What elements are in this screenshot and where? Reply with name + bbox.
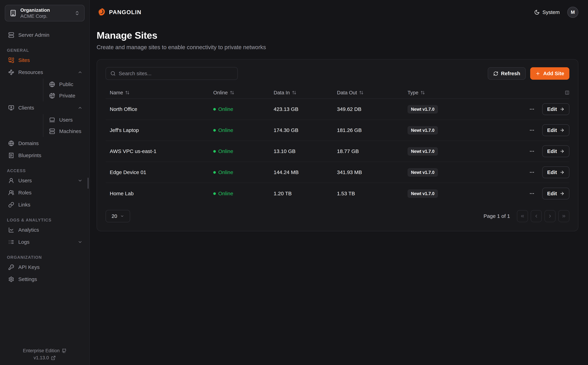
sidebar-item-label: Sites xyxy=(18,57,30,63)
edit-button[interactable]: Edit xyxy=(542,145,569,157)
sidebar-item-label: Logs xyxy=(18,239,29,245)
status-badge: Online xyxy=(213,191,274,197)
prev-page-button[interactable] xyxy=(531,210,542,222)
table-footer: 20 Page 1 of 1 xyxy=(105,210,569,222)
column-header-data-out[interactable]: Data Out xyxy=(337,90,407,96)
add-site-label: Add Site xyxy=(543,70,564,77)
logs-icon xyxy=(8,239,14,245)
site-name: North Office xyxy=(105,106,213,112)
chart-line-icon xyxy=(8,227,14,233)
theme-toggle[interactable]: System xyxy=(534,9,560,15)
online-dot-icon xyxy=(213,192,216,195)
main-content: PANGOLIN System M Manage Sites Create an… xyxy=(90,0,588,365)
edit-button[interactable]: Edit xyxy=(542,188,569,199)
sidebar-item-label: Users xyxy=(18,178,32,183)
table-row: AWS VPC us-east-1 Online 13.10 GB 18.77 … xyxy=(105,141,569,162)
row-menu-icon[interactable] xyxy=(529,106,535,112)
building-icon xyxy=(10,10,17,17)
edit-button[interactable]: Edit xyxy=(542,124,569,136)
row-menu-icon[interactable] xyxy=(529,169,535,175)
github-icon[interactable] xyxy=(62,348,67,353)
type-badge: Newt v1.7.0 xyxy=(407,105,438,113)
column-header-type[interactable]: Type xyxy=(407,90,492,96)
sidebar-item-analytics[interactable]: Analytics xyxy=(3,224,87,236)
row-menu-icon[interactable] xyxy=(529,127,535,133)
sidebar-item-private[interactable]: Private xyxy=(43,90,89,101)
theme-toggle-label: System xyxy=(542,9,560,15)
sidebar-item-public[interactable]: Public xyxy=(43,79,89,90)
external-link-icon xyxy=(51,356,56,360)
sidebar-item-blueprints[interactable]: Blueprints xyxy=(3,150,87,161)
globe-lock-icon xyxy=(49,93,55,99)
plus-icon xyxy=(535,71,540,76)
version-label: v1.13.0 xyxy=(34,355,49,360)
sidebar-item-label: Resources xyxy=(18,69,43,75)
globe-icon xyxy=(49,81,55,87)
type-badge: Newt v1.7.0 xyxy=(407,147,438,156)
version-link[interactable]: v1.13.0 xyxy=(0,355,89,360)
site-name: Jeff's Laptop xyxy=(105,127,213,133)
online-dot-icon xyxy=(213,108,216,111)
sidebar-item-sites[interactable]: Sites xyxy=(3,55,87,66)
edit-button[interactable]: Edit xyxy=(542,167,569,178)
edit-button[interactable]: Edit xyxy=(542,103,569,115)
sidebar-item-domains[interactable]: Domains xyxy=(3,138,87,149)
sidebar-item-label: Private xyxy=(59,93,75,99)
refresh-icon xyxy=(493,71,498,76)
sidebar-item-resources[interactable]: Resources xyxy=(3,67,87,78)
sort-icon xyxy=(230,90,234,95)
sidebar-item-roles[interactable]: Roles xyxy=(3,187,87,198)
add-site-button[interactable]: Add Site xyxy=(530,67,569,80)
org-selector[interactable]: Organization ACME Corp. xyxy=(5,5,84,21)
sidebar-item-settings[interactable]: Settings xyxy=(3,274,87,285)
sidebar-item-label: Links xyxy=(18,202,30,208)
columns-toggle-icon[interactable] xyxy=(565,90,569,95)
refresh-button[interactable]: Refresh xyxy=(488,67,526,80)
first-page-button[interactable] xyxy=(517,210,528,222)
table-row: Jeff's Laptop Online 174.30 GB 181.26 GB… xyxy=(105,120,569,141)
moon-icon xyxy=(534,9,540,15)
search-input[interactable] xyxy=(119,70,233,77)
gear-icon xyxy=(8,276,14,282)
sort-icon xyxy=(292,90,296,95)
sidebar-item-logs[interactable]: Logs xyxy=(3,236,87,248)
arrow-right-icon xyxy=(560,191,565,196)
sidebar-item-label: Blueprints xyxy=(18,153,41,158)
org-selector-label: Organization xyxy=(20,7,71,13)
site-name: Home Lab xyxy=(105,191,213,197)
data-in-value: 144.24 MB xyxy=(274,169,337,175)
sidebar-item-api-keys[interactable]: API Keys xyxy=(3,261,87,273)
column-header-data-in[interactable]: Data In xyxy=(274,90,337,96)
sites-table: Name Online Data In xyxy=(105,87,569,204)
online-dot-icon xyxy=(213,171,216,174)
column-header-name[interactable]: Name xyxy=(105,90,213,96)
sidebar-item-machines[interactable]: Machines xyxy=(43,126,89,137)
row-menu-icon[interactable] xyxy=(529,191,535,196)
sidebar-scrollbar-thumb[interactable] xyxy=(88,178,89,189)
chevron-up-icon xyxy=(78,105,83,110)
page-title: Manage Sites xyxy=(97,30,578,41)
server-icon xyxy=(8,32,14,38)
column-header-online[interactable]: Online xyxy=(213,90,274,96)
next-page-button[interactable] xyxy=(545,210,556,222)
chevron-down-icon xyxy=(120,214,124,218)
sidebar-item-links[interactable]: Links xyxy=(3,199,87,211)
sidebar-item-users[interactable]: Users xyxy=(3,175,87,186)
chevron-up-icon xyxy=(78,70,83,75)
chevron-down-icon xyxy=(78,178,83,183)
avatar[interactable]: M xyxy=(567,7,578,18)
brand-name: PANGOLIN xyxy=(109,9,141,15)
table-row: Home Lab Online 1.20 TB 1.53 TB Newt v1.… xyxy=(105,183,569,204)
page-size-select[interactable]: 20 xyxy=(105,210,130,222)
sidebar-footer: Enterprise Edition v1.13.0 xyxy=(0,346,89,360)
sidebar-item-server-admin[interactable]: Server Admin xyxy=(3,29,87,41)
data-in-value: 423.13 GB xyxy=(274,106,337,112)
sidebar-item-label: Domains xyxy=(18,140,39,146)
last-page-button[interactable] xyxy=(558,210,569,222)
data-out-value: 18.77 GB xyxy=(337,148,407,154)
row-menu-icon[interactable] xyxy=(529,148,535,154)
sidebar-item-label: Users xyxy=(59,117,73,123)
page-subtitle: Create and manage sites to enable connec… xyxy=(97,44,578,50)
sidebar-item-clients[interactable]: Clients xyxy=(3,102,87,113)
sidebar-item-clients-users[interactable]: Users xyxy=(43,114,89,126)
